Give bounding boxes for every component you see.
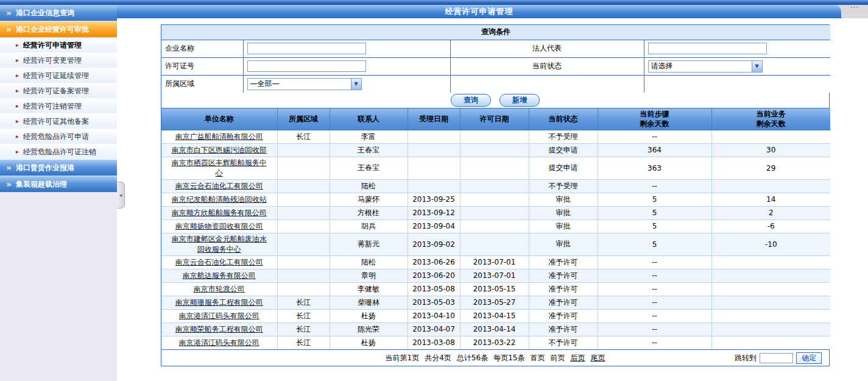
table-cell: 2013-09-12 — [408, 206, 460, 219]
sidebar-sub-item[interactable]: ▸经营危险品许可证注销 — [0, 144, 117, 160]
table-cell: 2013-04-07 — [408, 322, 460, 336]
sidebar-sub-item[interactable]: ▸经营许可证延续管理 — [0, 68, 117, 84]
table-row: 南京纪发船舶清舱残油回收站马蒙怀2013-09-25审批514 — [161, 193, 830, 206]
table-cell — [711, 130, 830, 143]
column-header: 联系人 — [330, 109, 408, 130]
status-select[interactable]: 请选择 ▼ — [648, 60, 763, 73]
legal-rep-input[interactable] — [648, 43, 767, 54]
company-link[interactable]: 南京港清江码头有限公司 — [179, 312, 259, 320]
table-cell: 5 — [598, 206, 711, 219]
sidebar-sub-item[interactable]: ▸经营许可证备案管理 — [0, 84, 117, 99]
region-select[interactable]: —全部— ▼ — [247, 78, 362, 90]
sidebar-sub-item[interactable]: ▸经营许可注销管理 — [0, 99, 117, 114]
table-row: 南京市建邺区金元船舶废油水回收服务中心蒋新元2013-09-02审批5-10 — [161, 233, 830, 255]
table-cell: 陆松 — [330, 179, 408, 193]
table-cell: 364 — [598, 143, 711, 157]
company-link[interactable]: 南京顺珊服务工程有限公司 — [175, 298, 263, 307]
table-cell: 2013-03-08 — [408, 336, 460, 349]
sidebar-group-item[interactable]: »港口企业经营许可审批 — [0, 21, 117, 38]
arrow-bullet-icon: ▸ — [16, 73, 19, 79]
company-link[interactable]: 南京顺荣船务工程有限公司 — [175, 325, 263, 333]
table-row: 南京顺扬物资回收有限公司胡兵2013-09-04审批5-6 — [161, 219, 830, 233]
arrow-bullet-icon: ▸ — [16, 103, 19, 109]
column-header: 当前步骤 剩余天数 — [598, 109, 711, 130]
table-cell: -- — [598, 322, 711, 336]
chevron-down-icon: ▼ — [351, 79, 361, 90]
sidebar-sub-item[interactable]: ▸经营危险品许可申请 — [0, 129, 117, 144]
company-name-input[interactable] — [247, 43, 366, 54]
table-cell: -- — [598, 130, 711, 143]
company-link[interactable]: 南京市栖霞区丰辉船舶服务中心 — [172, 158, 267, 177]
next-page-link[interactable]: 后页 — [570, 353, 585, 363]
table-cell: 2013-09-02 — [408, 233, 460, 255]
query-form: 查询条件 企业名称 法人代表 许可证号 当前状态 — [161, 25, 830, 93]
add-button[interactable]: 新增 — [499, 94, 540, 107]
company-link[interactable]: 南京广益船舶清舱有限公司 — [175, 132, 263, 141]
sidebar-sub-item[interactable]: ▸经营许可申请管理 — [0, 38, 117, 53]
table-cell — [460, 233, 529, 255]
table-cell: 陆松 — [330, 255, 408, 269]
company-link[interactable]: 南京港清江码头有限公司 — [179, 338, 259, 347]
table-cell: 准予许可 — [529, 309, 598, 322]
jump-page-input[interactable] — [760, 353, 793, 363]
sidebar-sub-item[interactable]: ▸经营许可变更管理 — [0, 53, 117, 68]
sidebar-group-item[interactable]: »港口企业信息查询 — [0, 5, 117, 21]
content-area: 查询条件 企业名称 法人代表 许可证号 当前状态 — [117, 18, 868, 366]
title-bar-row: 经营许可申请管理 ··· — [117, 5, 868, 18]
company-name-cell: 南京市白下区恩赐污油回收部 — [161, 143, 277, 157]
search-button[interactable]: 查询 — [451, 94, 491, 107]
prev-page-link[interactable]: 前页 — [550, 353, 565, 363]
sidebar-item-label: 经营危险品许可证注销 — [23, 147, 96, 157]
table-cell: -- — [598, 309, 711, 322]
table-cell — [460, 193, 529, 206]
table-cell — [277, 269, 330, 282]
company-link[interactable]: 南京纪发船舶清舱残油回收站 — [172, 195, 267, 204]
table-cell: 准予许可 — [529, 296, 598, 309]
company-link[interactable]: 南京市轮渡公司 — [194, 285, 245, 293]
table-cell — [277, 206, 330, 219]
first-page-link[interactable]: 首页 — [530, 353, 545, 363]
license-no-input[interactable] — [247, 60, 366, 72]
table-cell — [460, 206, 529, 219]
company-name-cell: 南京顺珊服务工程有限公司 — [161, 296, 277, 309]
pagination-total-records: 总计56条 — [457, 353, 488, 363]
company-name-cell: 南京市栖霞区丰辉船舶服务中心 — [161, 157, 277, 179]
jump-confirm-button[interactable]: 确定 — [796, 352, 822, 364]
sidebar-item-label: 经营许可证其他备案 — [23, 116, 89, 127]
query-section-title: 查询条件 — [161, 25, 830, 40]
column-header: 单位名称 — [161, 109, 277, 130]
sidebar-group-item[interactable]: »港口普货作业报港 — [0, 160, 117, 176]
sidebar-sub-item[interactable]: ▸经营许可证其他备案 — [0, 114, 117, 129]
company-link[interactable]: 南京顺方欣船舶服务有限公司 — [172, 208, 267, 217]
company-link[interactable]: 南京云合石油化工有限公司 — [175, 182, 263, 190]
company-name-cell: 南京顺方欣船舶服务有限公司 — [161, 206, 277, 219]
pagination-bar: 当前第1页 共分4页 总计56条 每页15条 首页 前页 后页 尾页 跳转到 确… — [161, 349, 829, 366]
table-cell — [408, 143, 460, 157]
table-cell: 王春宝 — [330, 143, 408, 157]
company-link[interactable]: 南京航达服务有限公司 — [183, 271, 256, 280]
sidebar-item-label: 经营危险品许可申请 — [23, 132, 89, 142]
company-link[interactable]: 南京顺扬物资回收有限公司 — [175, 222, 263, 230]
table-cell: 5 — [598, 233, 711, 255]
main-area: 经营许可申请管理 ··· 查询条件 企业名称 法人代表 — [117, 5, 868, 381]
table-cell: 29 — [711, 157, 830, 179]
last-page-link[interactable]: 尾页 — [590, 353, 605, 363]
double-chevron-icon: » — [6, 25, 12, 34]
sidebar-group-item[interactable]: »集装箱超载治理 — [0, 176, 117, 193]
table-cell: 准予许可 — [529, 282, 598, 296]
company-link[interactable]: 南京云合石油化工有限公司 — [175, 258, 263, 266]
sidebar-collapse-handle[interactable]: ◂ — [117, 182, 125, 208]
window-grip[interactable]: ··· — [841, 5, 868, 18]
table-cell — [711, 322, 830, 336]
table-body: 南京广益船舶清舱有限公司长江李富不予受理--南京市白下区恩赐污油回收部王春宝提交… — [161, 130, 830, 349]
region-select-value: —全部— — [248, 79, 280, 89]
company-name-cell: 南京云合石油化工有限公司 — [161, 255, 277, 269]
empty-cell — [644, 75, 830, 93]
table-cell: 方根柱 — [330, 206, 408, 219]
company-name-label: 企业名称 — [161, 40, 243, 57]
company-link[interactable]: 南京市建邺区金元船舶废油水回收服务中心 — [172, 235, 267, 254]
company-link[interactable]: 南京市白下区恩赐污油回收部 — [172, 146, 267, 154]
table-cell — [277, 157, 330, 179]
sidebar-menu: »港口企业信息查询»港口企业经营许可审批▸经营许可申请管理▸经营许可变更管理▸经… — [0, 5, 117, 193]
table-cell: -6 — [711, 219, 830, 233]
